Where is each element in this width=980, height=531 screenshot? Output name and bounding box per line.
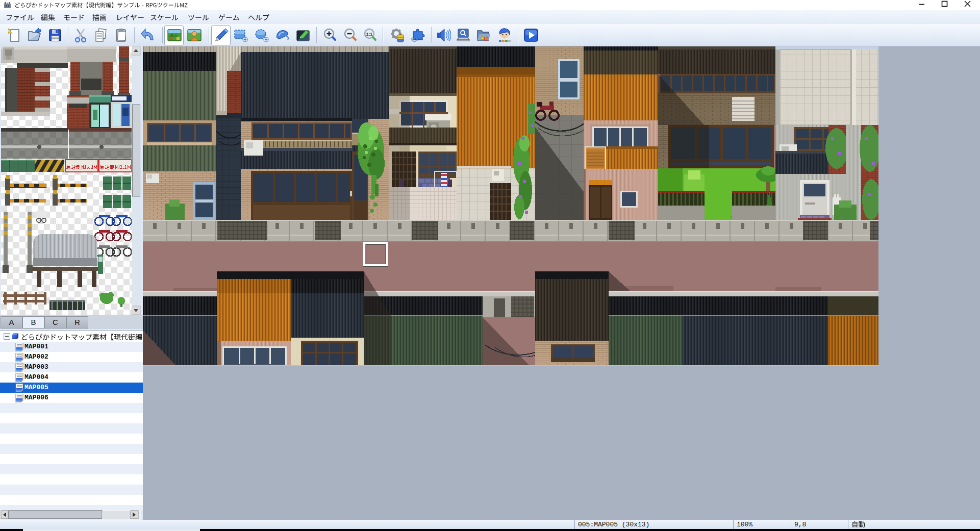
svg-text:1:1: 1:1 [366,32,373,37]
